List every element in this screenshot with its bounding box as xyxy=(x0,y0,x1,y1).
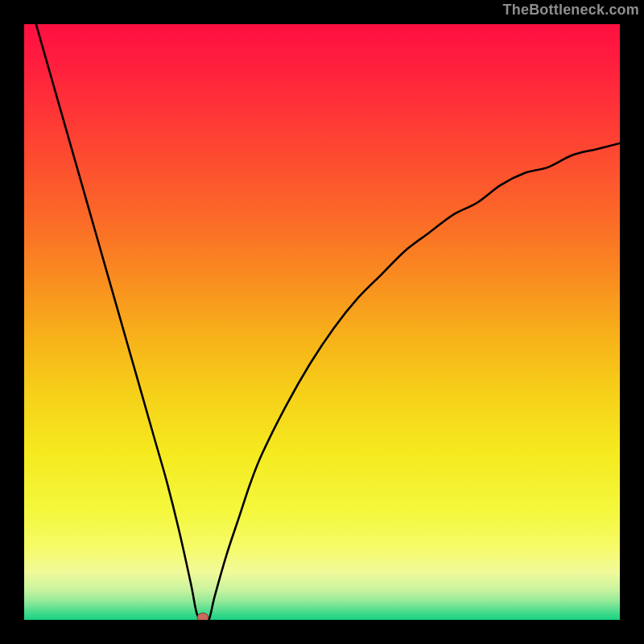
marker-dot xyxy=(197,613,208,621)
chart-curve-svg xyxy=(24,24,620,620)
chart-frame: TheBottleneck.com xyxy=(0,0,644,644)
bottleneck-curve xyxy=(36,24,620,620)
watermark-text: TheBottleneck.com xyxy=(503,2,639,19)
